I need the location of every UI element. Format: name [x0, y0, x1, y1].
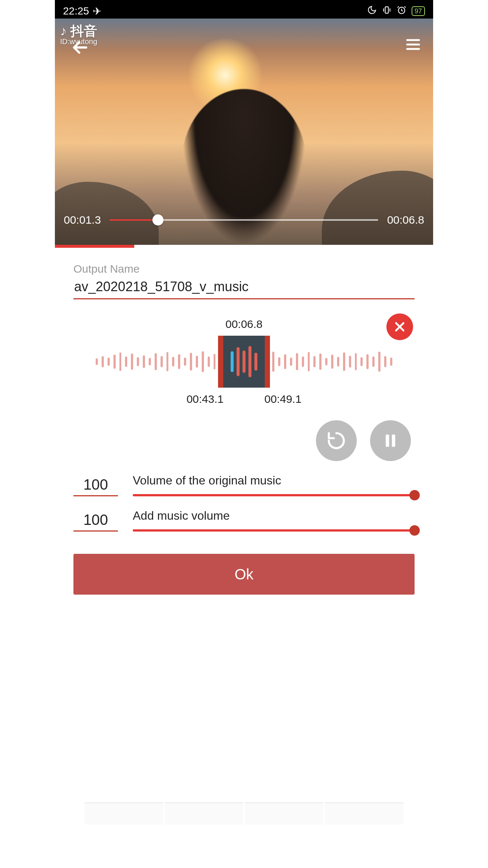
- clip-end-time: 00:49.1: [264, 393, 301, 405]
- vibrate-icon: [382, 5, 392, 17]
- video-preview: 22:25 ✈ 97 ♪ 抖音 ID:wyutong: [55, 0, 433, 245]
- replay-button[interactable]: [316, 420, 357, 461]
- video-scrubber-track[interactable]: [110, 219, 378, 221]
- waveform-time-labels: 00:43.1 00:49.1: [73, 393, 415, 405]
- hamburger-menu-icon[interactable]: [404, 36, 422, 55]
- video-total-time: 00:06.8: [387, 214, 424, 226]
- ok-button[interactable]: Ok: [73, 554, 415, 595]
- original-volume-thumb[interactable]: [409, 490, 420, 500]
- added-volume-slider[interactable]: [133, 529, 415, 532]
- original-volume-row: Volume of the original music: [73, 474, 415, 496]
- output-name-field: Output Name: [73, 263, 415, 299]
- video-frame-image: [55, 19, 433, 245]
- clip-start-time: 00:43.1: [187, 393, 224, 405]
- svg-rect-3: [392, 435, 395, 447]
- output-name-input[interactable]: [73, 277, 415, 299]
- original-volume-slider[interactable]: [133, 494, 415, 496]
- waveform-selection-window[interactable]: [218, 336, 270, 388]
- added-volume-row: Add music volume: [73, 509, 415, 532]
- pause-button[interactable]: [370, 420, 411, 461]
- output-name-label: Output Name: [73, 263, 415, 275]
- video-load-progress: [55, 245, 433, 248]
- back-icon[interactable]: [70, 37, 90, 59]
- original-volume-label: Volume of the original music: [133, 474, 415, 487]
- video-current-time: 00:01.3: [64, 214, 101, 226]
- status-bar: 22:25 ✈ 97: [55, 0, 433, 22]
- audio-waveform-selector[interactable]: [73, 336, 415, 388]
- video-scrubber-thumb[interactable]: [152, 214, 164, 226]
- added-volume-input[interactable]: [73, 512, 118, 532]
- airplane-mode-icon: ✈: [93, 5, 101, 17]
- original-volume-input[interactable]: [73, 476, 118, 496]
- battery-indicator: 97: [412, 6, 425, 16]
- status-time: 22:25: [63, 5, 89, 17]
- bottom-nav-placeholder: [55, 802, 433, 825]
- svg-rect-2: [386, 435, 389, 447]
- moon-icon: [367, 5, 377, 17]
- added-volume-label: Add music volume: [133, 509, 415, 523]
- clip-length-label: 00:06.8: [73, 318, 415, 331]
- alarm-icon: [397, 5, 406, 17]
- added-volume-thumb[interactable]: [409, 525, 420, 536]
- video-scrubber[interactable]: 00:01.3 00:06.8: [64, 214, 424, 226]
- svg-rect-0: [385, 7, 389, 13]
